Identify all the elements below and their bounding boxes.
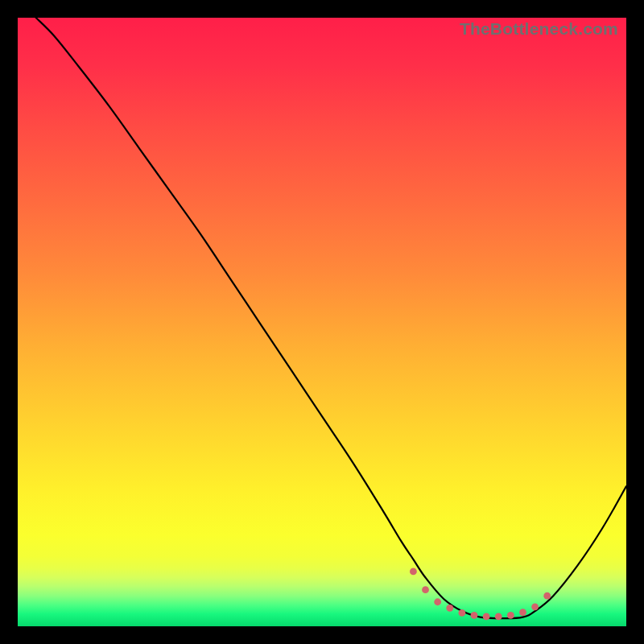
optimal-dot xyxy=(410,568,417,576)
optimal-dot xyxy=(422,586,429,593)
optimal-dot xyxy=(495,613,502,621)
line-series xyxy=(36,18,626,618)
optimal-dot xyxy=(434,598,441,605)
optimal-dot xyxy=(543,592,551,600)
optimal-band-dots xyxy=(410,568,551,621)
bottleneck-curve xyxy=(18,18,626,626)
optimal-dot xyxy=(519,609,526,616)
optimal-dot xyxy=(483,613,490,621)
watermark-label: TheBottleneck.com xyxy=(460,19,618,39)
optimal-dot xyxy=(458,609,465,617)
optimal-dot xyxy=(531,603,539,610)
optimal-dot xyxy=(471,612,478,619)
optimal-dot xyxy=(507,612,514,619)
chart-frame: TheBottleneck.com xyxy=(18,18,626,626)
optimal-dot xyxy=(446,605,453,612)
